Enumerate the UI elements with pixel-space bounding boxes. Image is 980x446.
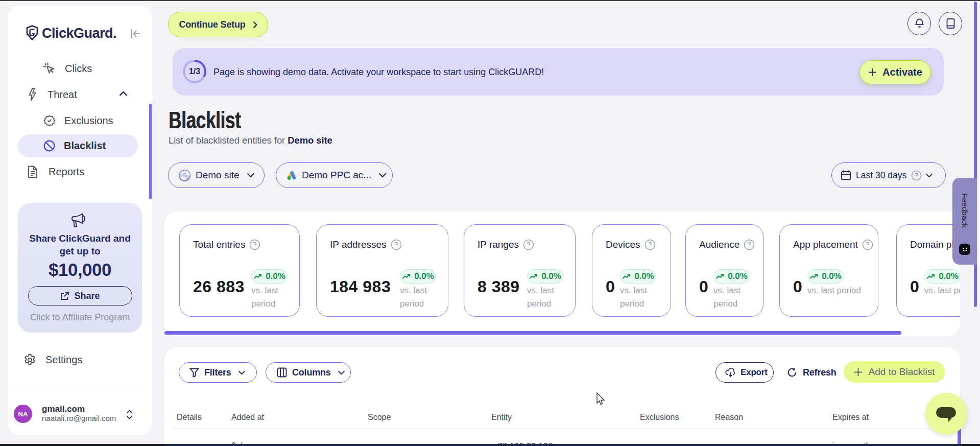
svg-text:ClickGuard.: ClickGuard. xyxy=(42,26,116,41)
